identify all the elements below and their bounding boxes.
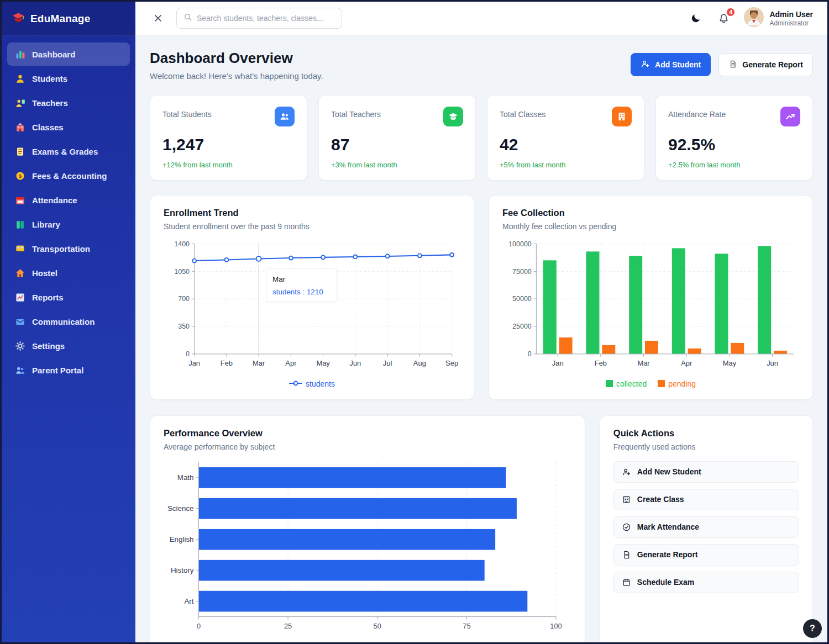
dashboard-icon	[14, 49, 25, 60]
page-title: Dashboard Overview	[150, 50, 323, 67]
sidebar-item-label: Parent Portal	[32, 366, 83, 375]
classes-icon	[14, 122, 25, 133]
legend-item-students: students	[289, 379, 335, 388]
sidebar-item-reports[interactable]: Reports	[7, 286, 130, 309]
search-box[interactable]	[176, 8, 342, 29]
sidebar-item-communication[interactable]: Communication	[7, 310, 130, 333]
legend-label: collected	[616, 379, 647, 388]
svg-text:Aug: Aug	[413, 359, 426, 367]
add-student-label: Add Student	[655, 60, 701, 69]
performance-chart-title: Performance Overview	[164, 428, 571, 439]
svg-text:Jun: Jun	[767, 359, 778, 367]
quick-action-label: Add New Student	[637, 467, 701, 476]
sidebar-item-parent-portal[interactable]: Parent Portal	[7, 358, 130, 382]
building-icon	[612, 107, 632, 126]
svg-text:Apr: Apr	[285, 359, 297, 367]
search-input[interactable]	[197, 14, 335, 23]
topbar-right: 4 Admin User Administrator	[688, 7, 813, 29]
svg-text:Apr: Apr	[681, 359, 692, 367]
enrollment-trend-card: Enrollment Trend Student enrollment over…	[150, 195, 474, 400]
performance-hbar-chart[interactable]: MathScienceEnglishHistoryArt0255075100	[164, 457, 571, 641]
quick-action-create-class[interactable]: Create Class	[613, 489, 799, 510]
user-info: Admin User Administrator	[769, 10, 813, 27]
svg-text:350: 350	[178, 323, 190, 330]
app-window: EduManage DashboardStudentsTeachersClass…	[0, 0, 829, 644]
sidebar-item-exams-grades[interactable]: Exams & Grades	[7, 140, 130, 163]
generate-report-label: Generate Report	[742, 60, 803, 69]
performance-chart-subtitle: Average performance by subject	[164, 442, 571, 451]
charts-row: Enrollment Trend Student enrollment over…	[150, 195, 813, 400]
svg-text:English: English	[170, 535, 194, 543]
quick-action-add-new-student[interactable]: Add New Student	[613, 461, 799, 483]
settings-icon	[14, 340, 25, 351]
sidebar-item-teachers[interactable]: Teachers	[7, 91, 130, 114]
legend-label: students	[306, 379, 335, 388]
stat-value: 87	[331, 135, 463, 154]
sidebar-item-library[interactable]: Library	[7, 213, 130, 236]
stat-value: 42	[500, 135, 632, 154]
svg-text:Jan: Jan	[188, 359, 200, 367]
svg-text:50000: 50000	[512, 295, 532, 303]
generate-report-button[interactable]: Generate Report	[718, 53, 813, 76]
svg-text:Math: Math	[177, 473, 194, 482]
document-icon	[622, 550, 631, 559]
add-student-button[interactable]: Add Student	[631, 53, 711, 76]
svg-text:Mar: Mar	[272, 275, 286, 283]
stat-change: +2.5% from last month	[668, 161, 800, 169]
dark-mode-toggle[interactable]	[688, 10, 704, 26]
sidebar-item-label: Students	[32, 74, 67, 83]
sidebar-item-label: Settings	[32, 341, 65, 351]
svg-text:Science: Science	[167, 504, 194, 513]
sidebar-item-label: Library	[32, 220, 60, 229]
sidebar-item-classes[interactable]: Classes	[7, 115, 130, 139]
parent-portal-icon	[14, 365, 25, 376]
svg-text:75: 75	[463, 622, 470, 630]
stat-change: +5% from last month	[500, 161, 632, 169]
sidebar-item-attendance[interactable]: Attendance	[7, 188, 130, 212]
svg-text:100: 100	[550, 622, 562, 630]
exams-icon	[14, 146, 25, 157]
page-header-text: Dashboard Overview Welcome back! Here's …	[150, 50, 323, 81]
svg-text:May: May	[316, 359, 330, 367]
attendance-icon	[14, 194, 25, 205]
communication-icon	[14, 316, 25, 327]
reports-icon	[14, 292, 25, 303]
quick-action-mark-attendance[interactable]: Mark Attendance	[613, 516, 799, 538]
enrollment-line-chart[interactable]: 035070010501400JanFebMarAprMayJunJulAugS…	[164, 236, 460, 378]
graduation-cap-logo-icon	[12, 11, 25, 27]
stat-label: Total Students	[162, 107, 212, 119]
person-plus-icon	[641, 59, 650, 70]
app-logo: EduManage	[2, 2, 135, 36]
quick-action-generate-report[interactable]: Generate Report	[613, 544, 799, 566]
enrollment-chart-subtitle: Student enrollment over the past 9 month…	[164, 222, 460, 231]
app-title: EduManage	[30, 13, 90, 25]
sidebar-item-dashboard[interactable]: Dashboard	[7, 43, 130, 66]
transportation-icon	[14, 243, 25, 254]
quick-action-schedule-exam[interactable]: Schedule Exam	[613, 572, 799, 593]
close-icon[interactable]	[152, 12, 164, 24]
svg-text:students : 1210: students : 1210	[272, 288, 323, 296]
sidebar-item-settings[interactable]: Settings	[7, 334, 130, 357]
help-button[interactable]: ?	[803, 619, 822, 638]
sidebar-item-hostel[interactable]: Hostel	[7, 261, 130, 284]
sidebar-item-label: Reports	[32, 293, 64, 302]
sidebar-item-fees-accounting[interactable]: $Fees & Accounting	[7, 164, 130, 187]
fee-chart-title: Fee Collection	[502, 208, 799, 218]
fee-bar-chart[interactable]: JanFebMarAprMayJun0250005000075000100000	[502, 236, 799, 378]
sidebar-item-label: Exams & Grades	[32, 147, 98, 156]
notifications-button[interactable]: 4	[716, 10, 732, 27]
svg-text:Jan: Jan	[552, 359, 564, 367]
fee-legend: collectedpending	[502, 379, 799, 390]
hostel-icon	[14, 267, 25, 278]
user-menu[interactable]: Admin User Administrator	[744, 7, 813, 29]
stat-change: +3% from last month	[331, 161, 463, 169]
avatar	[744, 7, 764, 29]
svg-text:$: $	[18, 173, 22, 179]
svg-text:25000: 25000	[512, 323, 532, 330]
sidebar-item-transportation[interactable]: Transportation	[7, 237, 130, 260]
user-name: Admin User	[769, 10, 813, 19]
stat-card-attendance-rate: Attendance Rate92.5%+2.5% from last mont…	[655, 95, 813, 181]
svg-text:0: 0	[197, 622, 201, 630]
page-subtitle: Welcome back! Here's what's happening to…	[150, 71, 323, 81]
sidebar-item-students[interactable]: Students	[7, 67, 130, 90]
